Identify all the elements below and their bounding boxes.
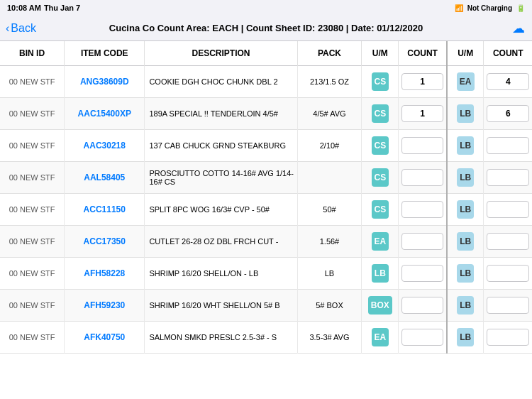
cell-itemcode: ANG38609D (65, 66, 145, 98)
cell-description: SPLIT 8PC WOG 16/3# CVP - 50# (145, 194, 297, 226)
chevron-left-icon: ‹ (6, 22, 9, 35)
table-row: 00 NEW STF AFH58228 SHRIMP 16/20 SHELL/O… (0, 258, 532, 290)
cell-itemcode: AFK40750 (65, 322, 145, 354)
cell-description: COOKIE DGH CHOC CHUNK DBL 2 (145, 66, 297, 98)
table-row: 00 NEW STF AAC15400XP 189A SPECIAL !! TE… (0, 98, 532, 130)
um2-badge: LB (457, 200, 474, 219)
cell-count2[interactable] (484, 162, 532, 194)
count1-input[interactable] (401, 201, 443, 218)
count2-input[interactable] (487, 169, 529, 186)
cell-um1: EA (362, 226, 399, 258)
cell-description: CUTLET 26-28 OZ DBL FRCH CUT - (145, 226, 297, 258)
cell-pack (297, 162, 362, 194)
count1-input[interactable] (401, 297, 443, 314)
cell-count2[interactable]: 4 (484, 66, 532, 98)
count2-input[interactable]: 6 (487, 105, 529, 122)
cell-binid: 00 NEW STF (0, 290, 65, 322)
cell-count2[interactable] (484, 322, 532, 354)
cell-um2: LB (447, 322, 484, 354)
cell-count1[interactable] (399, 130, 447, 162)
um2-badge: LB (457, 264, 474, 283)
cell-binid: 00 NEW STF (0, 162, 65, 194)
cell-count1[interactable] (399, 162, 447, 194)
status-left: 10:08 AM Thu Jan 7 (7, 4, 80, 12)
cell-description: SHRIMP 16/20 WHT SHELL/ON 5# B (145, 290, 297, 322)
battery-label: Not Charging (467, 4, 512, 12)
count2-input[interactable]: 4 (487, 73, 529, 90)
wifi-icon: 📶 (455, 4, 463, 12)
cell-um1: LB (362, 258, 399, 290)
um2-badge: LB (457, 328, 474, 346)
cell-count1[interactable]: 1 (399, 98, 447, 130)
um1-badge: EA (372, 232, 389, 251)
cell-pack: 50# (297, 194, 362, 226)
cell-pack: 213/1.5 OZ (297, 66, 362, 98)
cell-pack: LB (297, 258, 362, 290)
cell-pack: 5# BOX (297, 290, 362, 322)
count1-input[interactable]: 1 (401, 73, 443, 90)
count2-input[interactable] (487, 137, 529, 154)
cell-binid: 00 NEW STF (0, 130, 65, 162)
count1-input[interactable] (401, 169, 443, 186)
cell-binid: 00 NEW STF (0, 66, 65, 98)
cell-binid: 00 NEW STF (0, 258, 65, 290)
inventory-table: BIN ID ITEM CODE DESCRIPTION PACK U/M CO… (0, 41, 532, 354)
status-right: 📶 Not Charging 🔋 (455, 4, 525, 12)
table-row: 00 NEW STF ACC17350 CUTLET 26-28 OZ DBL … (0, 226, 532, 258)
cell-count2[interactable] (484, 290, 532, 322)
cell-count2[interactable] (484, 130, 532, 162)
back-button[interactable]: ‹ Back (6, 22, 36, 35)
cell-um2: LB (447, 258, 484, 290)
cell-count1[interactable] (399, 258, 447, 290)
cell-itemcode: AAC15400XP (65, 98, 145, 130)
cell-count2[interactable]: 6 (484, 98, 532, 130)
count1-input[interactable] (401, 329, 443, 346)
cell-pack: 1.56# (297, 226, 362, 258)
table-row: 00 NEW STF AFH59230 SHRIMP 16/20 WHT SHE… (0, 290, 532, 322)
cell-description: PROSCIUTTO COTTO 14-16# AVG 1/14-16# CS (145, 162, 297, 194)
um1-badge: CS (372, 200, 389, 219)
table-row: 00 NEW STF AAL58405 PROSCIUTTO COTTO 14-… (0, 162, 532, 194)
cell-um2: EA (447, 66, 484, 98)
col-header-itemcode: ITEM CODE (65, 41, 145, 66)
count1-input[interactable] (401, 233, 443, 250)
cell-count1[interactable] (399, 290, 447, 322)
cell-description: 189A SPECIAL !! TENDERLOIN 4/5# (145, 98, 297, 130)
count1-input[interactable] (401, 137, 443, 154)
time-display: 10:08 AM (7, 4, 41, 12)
cell-description: 137 CAB CHUCK GRND STEAKBURG (145, 130, 297, 162)
cell-um1: CS (362, 162, 399, 194)
cloud-icon[interactable]: ☁ (512, 21, 525, 36)
cell-um2: LB (447, 162, 484, 194)
table-row: 00 NEW STF ACC11150 SPLIT 8PC WOG 16/3# … (0, 194, 532, 226)
cell-um1: BOX (362, 290, 399, 322)
count2-input[interactable] (487, 201, 529, 218)
cell-count2[interactable] (484, 194, 532, 226)
um2-badge: LB (457, 136, 474, 155)
count2-input[interactable] (487, 265, 529, 282)
count1-input[interactable]: 1 (401, 105, 443, 122)
cell-count1[interactable] (399, 226, 447, 258)
count2-input[interactable] (487, 297, 529, 314)
um2-badge: LB (457, 232, 474, 251)
cell-um2: LB (447, 290, 484, 322)
cell-binid: 00 NEW STF (0, 98, 65, 130)
cell-count2[interactable] (484, 258, 532, 290)
cell-count1[interactable] (399, 322, 447, 354)
cell-um2: LB (447, 98, 484, 130)
um1-badge: CS (372, 104, 389, 123)
cell-count1[interactable]: 1 (399, 66, 447, 98)
count1-input[interactable] (401, 265, 443, 282)
table-row: 00 NEW STF ANG38609D COOKIE DGH CHOC CHU… (0, 66, 532, 98)
count2-input[interactable] (487, 329, 529, 346)
cell-pack: 4/5# AVG (297, 98, 362, 130)
um1-badge: LB (372, 264, 389, 283)
count2-input[interactable] (487, 233, 529, 250)
table-row: 00 NEW STF AFK40750 SALMON SMKD PRESLC 2… (0, 322, 532, 354)
um1-badge: CS (372, 72, 389, 91)
table-row: 00 NEW STF AAC30218 137 CAB CHUCK GRND S… (0, 130, 532, 162)
cell-count1[interactable] (399, 194, 447, 226)
cell-um1: CS (362, 194, 399, 226)
cell-description: SHRIMP 16/20 SHELL/ON - LB (145, 258, 297, 290)
cell-count2[interactable] (484, 226, 532, 258)
